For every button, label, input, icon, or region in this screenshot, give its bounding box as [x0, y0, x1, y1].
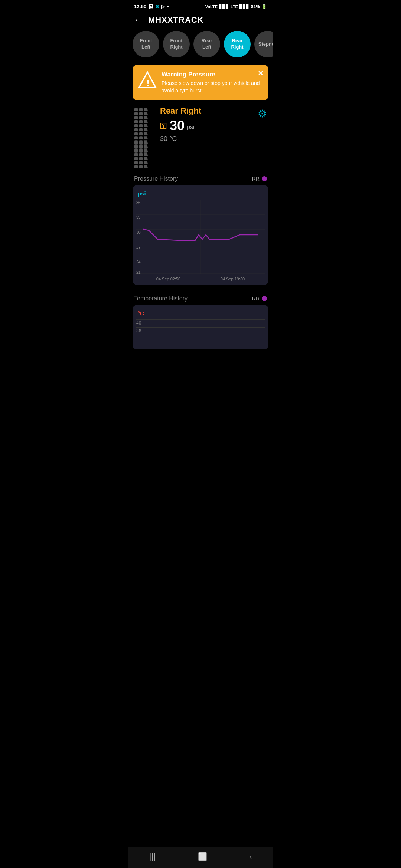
pressure-chart-svg: 36 33 30 27 24 21 — [136, 200, 265, 274]
svg-text:30: 30 — [136, 230, 141, 234]
temperature-value: 30 °C — [160, 135, 258, 143]
tab-stepney[interactable]: Stepney — [254, 31, 273, 57]
battery-icon: 🔋 — [261, 4, 267, 9]
pressure-legend-label: RR — [252, 176, 260, 182]
dot-icon: • — [167, 4, 169, 9]
temperature-history-header: Temperature History RR — [128, 291, 273, 305]
temp-y-36: 36 — [136, 327, 265, 334]
temperature-history-legend: RR — [252, 296, 267, 302]
svg-text:21: 21 — [136, 270, 141, 274]
tab-front-right[interactable]: FrontRight — [163, 31, 190, 57]
tab-rear-right[interactable]: RearRight — [224, 31, 251, 57]
pressure-history-header: Pressure History RR — [128, 171, 273, 185]
header: ← MHXXTRACK — [128, 11, 273, 31]
svg-text:!: ! — [146, 78, 149, 88]
tire-section-inner: Rear Right ⚿ 30 psi 30 °C ⚙ — [160, 106, 267, 143]
temperature-legend-label: RR — [252, 296, 260, 302]
pressure-x-label-2: 04 Sep 19:30 — [221, 277, 245, 281]
back-button[interactable]: ← — [134, 15, 142, 25]
svg-text:27: 27 — [136, 245, 141, 249]
settings-gear-icon[interactable]: ⚙ — [258, 108, 267, 143]
battery-percent: 81% — [251, 4, 260, 9]
warning-text-block: Warning Pressure Please slow down or sto… — [162, 71, 263, 94]
play-icon: ▷ — [161, 4, 165, 9]
tab-rear-left[interactable]: RearLeft — [193, 31, 220, 57]
pressure-legend-dot — [262, 176, 267, 181]
s-icon: S — [156, 4, 159, 9]
warning-body: Please slow down or stop your vehicle an… — [162, 80, 263, 94]
svg-text:36: 36 — [136, 200, 141, 205]
temperature-chart-label: °C — [136, 310, 265, 316]
tire-name: Rear Right — [160, 106, 258, 116]
temperature-chart-container: °C 40 36 — [133, 305, 268, 349]
pressure-unit: psi — [187, 124, 194, 131]
pressure-history-title: Pressure History — [134, 175, 178, 182]
pressure-chart-area: 36 33 30 27 24 21 — [136, 200, 265, 274]
status-bar: 12:50 🖼 S ▷ • VoLTE ▋▋▋ LTE ▋▋▋ 81% 🔋 — [128, 0, 273, 11]
pressure-value: 30 — [170, 118, 185, 134]
temperature-legend-dot — [262, 296, 267, 301]
volte-icon: VoLTE — [205, 4, 218, 9]
page-title: MHXXTRACK — [148, 15, 204, 25]
status-right: VoLTE ▋▋▋ LTE ▋▋▋ 81% 🔋 — [205, 4, 267, 9]
pressure-chart-label: psi — [136, 190, 265, 197]
svg-text:24: 24 — [136, 260, 141, 264]
warning-close-button[interactable]: ✕ — [258, 69, 263, 78]
pressure-x-label-1: 04 Sep 02:50 — [156, 277, 180, 281]
temp-y-40: 40 — [136, 319, 265, 326]
warning-title: Warning Pressure — [162, 71, 263, 78]
signal-bars: ▋▋▋ — [219, 4, 229, 9]
pressure-row: ⚿ 30 psi — [160, 118, 258, 134]
warning-triangle-icon: ! — [138, 71, 157, 90]
pressure-history-legend: RR — [252, 176, 267, 182]
svg-text:33: 33 — [136, 215, 141, 220]
tire-pressure-icon: ⚿ — [160, 122, 167, 130]
tire-section: Rear Right ⚿ 30 psi 30 °C ⚙ — [128, 106, 273, 168]
temperature-history-title: Temperature History — [134, 295, 188, 302]
tire-image — [134, 106, 155, 168]
warning-banner: ! Warning Pressure Please slow down or s… — [133, 65, 268, 100]
time: 12:50 — [134, 4, 146, 9]
status-left: 12:50 🖼 S ▷ • — [134, 4, 169, 9]
signal-bars2: ▋▋▋ — [239, 4, 250, 9]
pressure-chart-container: psi 36 33 30 27 24 21 04 Sep 02:50 04 Se… — [133, 185, 268, 285]
volte2-icon: LTE — [231, 4, 238, 9]
camera-icon: 🖼 — [149, 4, 153, 9]
pressure-chart-x-labels: 04 Sep 02:50 04 Sep 19:30 — [136, 274, 265, 281]
tab-front-left[interactable]: FrontLeft — [133, 31, 159, 57]
tire-tread — [134, 108, 155, 168]
tire-info: Rear Right ⚿ 30 psi 30 °C — [160, 106, 258, 143]
temperature-y-labels: 40 36 — [136, 319, 265, 334]
tabs-container: FrontLeft FrontRight RearLeft RearRight … — [128, 31, 273, 65]
